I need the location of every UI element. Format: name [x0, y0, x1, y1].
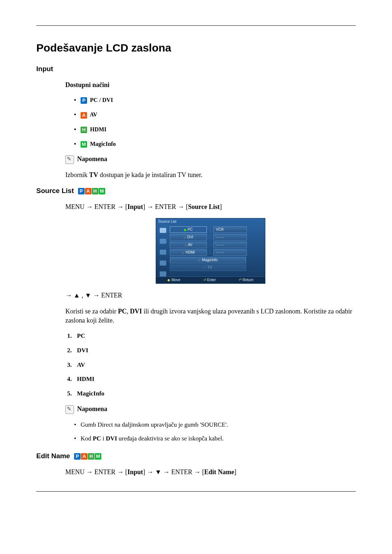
page-title: Podešavanje LCD zaslona — [36, 40, 356, 56]
osd-row-pc-right: VCR — [213, 226, 247, 233]
note-text-prefix: Izbornik — [65, 171, 89, 178]
note-text-bold: TV — [89, 171, 98, 178]
dot-icon — [182, 252, 184, 254]
section-input: Input — [36, 64, 356, 74]
en-path-mid: ] → ▼ → ENTER → [ — [143, 468, 204, 476]
osd-row-pc-left: PC — [170, 226, 207, 233]
note-label: Napomena — [77, 155, 107, 163]
note-icon — [65, 155, 74, 164]
osd-sep: : — [207, 242, 213, 247]
osd-row-av-right: - - - - — [213, 242, 247, 248]
sl-nb2-dvi: DVI — [106, 435, 117, 442]
osd-row-dvi-left: DVI — [170, 234, 207, 241]
osd-row-dvi-right: - - - - — [213, 234, 247, 241]
edit-name-path: MENU → ENTER → [Input] → ▼ → ENTER → [Ed… — [65, 468, 356, 477]
sl-note-bullets: Gumb Direct na daljinskom upravljaču je … — [65, 420, 356, 443]
sl-path-mid: ] → ENTER → [ — [143, 203, 188, 210]
sl-desc-sep1: , — [127, 308, 130, 315]
sl-path-prefix: MENU → ENTER → [ — [65, 203, 127, 210]
sl-nb2-prefix: Kod — [81, 435, 93, 442]
dot-icon — [184, 237, 186, 239]
mode-pc-dvi: PC / DVI — [74, 96, 356, 104]
osd-main: PC : VCR DVI : - - - - AV : - - - - — [170, 225, 265, 276]
mode-magicinfo: MagicInfo — [74, 140, 356, 148]
m-icon — [81, 141, 87, 148]
osd-side-icon-3 — [160, 250, 166, 255]
en-path-prefix: MENU → ENTER → [ — [65, 468, 127, 476]
return-icon: ↶ — [239, 278, 242, 282]
osd-sep: : — [207, 227, 213, 232]
a-icon — [85, 188, 91, 194]
sl-path-suffix: ] — [220, 203, 222, 210]
note-text-block: Izbornik TV dostupan je kada je instalir… — [36, 171, 356, 180]
rule-top — [36, 25, 356, 26]
mode-av: AV — [74, 111, 356, 119]
source-list-nav-line: → ▲ , ▼ → ENTER — [65, 291, 356, 300]
dot-icon — [198, 259, 200, 262]
sl-nb2-mid: i — [101, 435, 106, 442]
h-icon — [81, 127, 87, 133]
p-icon — [74, 453, 81, 460]
osd-row-av: AV : - - - - — [170, 242, 262, 248]
en-path-suffix: ] — [234, 468, 236, 476]
sl-path-target: Source List — [188, 203, 220, 210]
dot-icon — [204, 267, 206, 269]
sl-nb2-pc: PC — [93, 435, 101, 442]
ol-hdmi: HDMI — [73, 375, 356, 383]
section-source-list: Source List — [36, 186, 356, 196]
osd-sep: : — [207, 250, 213, 255]
source-list-body: MENU → ENTER → [Input] → ENTER → [Source… — [36, 202, 356, 443]
note-icon — [65, 405, 74, 414]
m-icon — [95, 453, 101, 460]
rule-bottom — [36, 491, 356, 492]
en-path-input: Input — [127, 468, 143, 476]
m-icon — [99, 188, 105, 194]
ol-magicinfo: MagicInfo — [73, 389, 356, 398]
a-icon — [81, 453, 87, 460]
osd-side-icon-source — [160, 228, 166, 233]
note-text: Izbornik TV dostupan je kada je instalir… — [65, 171, 356, 180]
p-icon — [81, 97, 87, 104]
osd-row-hdmi-right: - - - - — [213, 249, 247, 256]
ol-dvi: DVI — [73, 346, 356, 355]
edit-name-heading: Edit Name — [36, 452, 70, 460]
source-list-description: Koristi se za odabir PC, DVI ili drugih … — [65, 307, 356, 325]
source-list-badges — [78, 188, 105, 194]
ol-pc: PC — [73, 332, 356, 340]
mode-pc-dvi-label: PC / DVI — [90, 97, 113, 103]
osd-row-magicinfo-left: MagicInfo — [170, 257, 246, 263]
page: Podešavanje LCD zaslona Input Dostupni n… — [0, 0, 392, 554]
a-icon — [81, 112, 87, 119]
osd-panel: Source List PC : VCR — [156, 218, 265, 284]
ol-av: AV — [73, 361, 356, 369]
osd-footer: ◆Move ⏎Enter ↶Return — [156, 276, 265, 283]
edit-name-badges — [74, 453, 101, 460]
h-icon — [92, 188, 98, 194]
available-modes-block: Dostupni načini PC / DVI AV HDMI MagicIn… — [36, 81, 356, 164]
osd-side-icon-2 — [160, 239, 166, 244]
source-list-heading: Source List — [36, 187, 74, 194]
sl-desc-prefix: Koristi se za odabir — [65, 308, 118, 315]
osd-side-icon-4 — [160, 260, 166, 266]
sl-note-b2: Kod PC i DVI uređaja deaktivira se ako s… — [74, 434, 356, 443]
move-icon: ◆ — [167, 278, 170, 282]
en-path-target: Edit Name — [204, 468, 234, 476]
sl-note-label: Napomena — [77, 405, 107, 413]
source-ordered-list: PC DVI AV HDMI MagicInfo — [65, 332, 356, 398]
note-text-suffix: dostupan je kada je instaliran TV tuner. — [98, 171, 203, 178]
osd-sidebar — [156, 225, 170, 276]
source-list-path: MENU → ENTER → [Input] → ENTER → [Source… — [65, 202, 356, 212]
osd-row-tv: TV — [170, 264, 262, 271]
osd-footer-enter: ⏎Enter — [203, 278, 216, 283]
osd-footer-return: ↶Return — [239, 278, 254, 283]
osd-row-hdmi: HDMI : - - - - — [170, 249, 262, 256]
mode-hdmi-label: HDMI — [90, 126, 106, 132]
sl-path-input: Input — [127, 203, 143, 210]
osd-row-magicinfo: MagicInfo — [170, 257, 262, 263]
mode-magicinfo-label: MagicInfo — [90, 141, 116, 147]
note-heading: Napomena — [65, 155, 356, 164]
sl-desc-dvi: DVI — [130, 308, 142, 315]
sl-desc-pc: PC — [118, 308, 127, 315]
section-edit-name: Edit Name — [36, 451, 356, 461]
osd-row-tv-left: TV — [170, 264, 246, 271]
